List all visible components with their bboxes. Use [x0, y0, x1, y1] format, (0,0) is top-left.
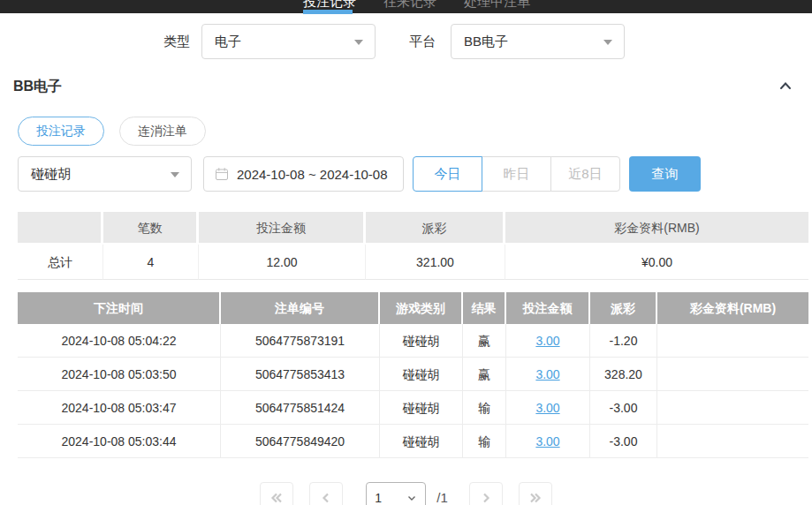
- cell-bonus: [657, 425, 808, 458]
- summary-header-blank: [18, 212, 103, 245]
- summary-total-row: 总计 4 12.00 321.00 ¥0.00: [18, 245, 808, 280]
- header-order-number: 注单编号: [221, 292, 380, 324]
- header-payout: 派彩: [590, 292, 657, 324]
- header-bonus: 彩金资料(RMB): [657, 292, 808, 324]
- chevron-down-icon: [406, 493, 417, 503]
- last-8-days-button[interactable]: 近8日: [550, 156, 620, 192]
- page-number-select[interactable]: 1: [366, 482, 426, 505]
- first-page-icon: [269, 491, 284, 505]
- pill-tab-cancelled-orders[interactable]: 连消注单: [119, 117, 206, 146]
- cell-order-number: 5064775853413: [221, 358, 380, 391]
- cell-payout: -3.00: [590, 391, 657, 425]
- summary-header-bonus: 彩金资料(RMB): [505, 212, 808, 245]
- cell-bet-time: 2024-10-08 05:03:47: [18, 391, 221, 425]
- header-bet-time: 下注时间: [18, 292, 221, 324]
- type-label: 类型: [163, 24, 190, 59]
- tab-transaction-records[interactable]: 往来记录: [383, 0, 436, 11]
- tab-pending-orders[interactable]: 处理中注单: [464, 0, 530, 11]
- top-nav-bar: 投注记录 往来记录 处理中注单: [0, 0, 812, 13]
- cell-payout: -3.00: [590, 425, 657, 458]
- cell-bet-time: 2024-10-08 05:04:22: [18, 324, 221, 358]
- cell-result: 赢: [463, 324, 506, 358]
- cell-payout: 328.20: [590, 358, 657, 391]
- search-button[interactable]: 查询: [629, 156, 701, 192]
- cell-bonus: [657, 358, 808, 391]
- chevron-down-icon: [603, 40, 612, 45]
- summary-table-header: 笔数 投注金额 派彩 彩金资料(RMB): [18, 212, 808, 245]
- summary-table: 笔数 投注金额 派彩 彩金资料(RMB) 总计 4 12.00 321.00 ¥…: [18, 212, 808, 280]
- cell-game-category: 碰碰胡: [380, 358, 463, 391]
- cell-game-category: 碰碰胡: [380, 391, 463, 425]
- cell-order-number: 5064775849420: [221, 425, 380, 458]
- cell-game-category: 碰碰胡: [380, 324, 463, 358]
- game-select-value: 碰碰胡: [31, 166, 71, 181]
- summary-header-bet-amount: 投注金额: [199, 212, 366, 245]
- page-number-value: 1: [375, 491, 382, 505]
- cell-bet-time: 2024-10-08 05:03:44: [18, 425, 221, 458]
- cell-game-category: 碰碰胡: [380, 425, 463, 458]
- chevron-down-icon: [171, 172, 179, 177]
- date-range-value: 2024-10-08 ~ 2024-10-08: [237, 167, 388, 182]
- first-page-button[interactable]: [260, 482, 293, 505]
- type-select-value: 电子: [215, 34, 241, 49]
- record-type-tabs: 投注记录 连消注单: [18, 117, 206, 146]
- summary-total-label: 总计: [18, 245, 103, 280]
- quick-date-buttons: 今日 昨日 近8日: [413, 156, 620, 192]
- cell-bet-time: 2024-10-08 05:03:50: [18, 358, 221, 391]
- cell-result: 赢: [463, 358, 506, 391]
- header-result: 结果: [463, 292, 506, 324]
- cell-bonus: [657, 324, 808, 358]
- header-bet-amount: 投注金额: [506, 292, 590, 324]
- chevron-down-icon: [354, 40, 363, 45]
- game-select[interactable]: 碰碰胡: [18, 156, 192, 192]
- bet-amount-link[interactable]: 3.00: [535, 434, 559, 448]
- section-title: BB电子: [13, 79, 62, 94]
- bet-amount-link[interactable]: 3.00: [535, 334, 559, 348]
- last-page-icon: [528, 491, 543, 505]
- bet-records-table: 下注时间 注单编号 游戏类别 结果 投注金额 派彩 彩金资料(RMB) 2024…: [18, 292, 808, 458]
- betting-records-page: 投注记录 往来记录 处理中注单 类型 电子 平台 BB电子 BB电子 投注记录 …: [0, 0, 812, 505]
- platform-select-value: BB电子: [464, 34, 508, 49]
- summary-header-payout: 派彩: [366, 212, 505, 245]
- table-row: 2024-10-08 05:03:50 5064775853413 碰碰胡 赢 …: [18, 358, 808, 391]
- chevron-up-icon: [778, 78, 793, 94]
- last-page-button[interactable]: [519, 482, 552, 505]
- table-row: 2024-10-08 05:03:47 5064775851424 碰碰胡 输 …: [18, 391, 808, 425]
- cell-payout: -1.20: [590, 324, 657, 358]
- cell-result: 输: [463, 391, 506, 425]
- date-range-picker[interactable]: 2024-10-08 ~ 2024-10-08: [203, 156, 404, 192]
- summary-total-count: 4: [103, 245, 199, 280]
- pill-tab-bet-records[interactable]: 投注记录: [18, 117, 104, 146]
- cell-result: 输: [463, 425, 506, 458]
- bet-amount-link[interactable]: 3.00: [535, 367, 559, 381]
- type-select[interactable]: 电子: [201, 24, 376, 59]
- page-total-label: /1: [436, 482, 448, 505]
- next-page-icon: [479, 491, 493, 505]
- cell-bonus: [657, 391, 808, 425]
- platform-label: 平台: [409, 24, 436, 59]
- summary-header-count: 笔数: [103, 212, 199, 245]
- query-row: 碰碰胡 2024-10-08 ~ 2024-10-08 今日 昨日 近8日 查询: [18, 156, 795, 192]
- active-tab-underline: [303, 10, 353, 14]
- cell-order-number: 5064775873191: [221, 324, 380, 358]
- table-row: 2024-10-08 05:03:44 5064775849420 碰碰胡 输 …: [18, 425, 808, 458]
- prev-page-icon: [319, 491, 333, 505]
- bet-amount-link[interactable]: 3.00: [535, 401, 559, 415]
- summary-total-bet-amount: 12.00: [199, 245, 366, 280]
- next-page-button[interactable]: [469, 482, 503, 505]
- pagination: 1 /1: [0, 482, 812, 505]
- collapse-section-button[interactable]: [778, 78, 793, 94]
- yesterday-button[interactable]: 昨日: [482, 156, 551, 192]
- summary-total-bonus: ¥0.00: [505, 245, 808, 280]
- calendar-icon: [215, 167, 229, 181]
- prev-page-button[interactable]: [309, 482, 343, 505]
- bet-table-header: 下注时间 注单编号 游戏类别 结果 投注金额 派彩 彩金资料(RMB): [18, 292, 808, 324]
- today-button[interactable]: 今日: [413, 156, 482, 192]
- section-header: BB电子: [13, 78, 801, 97]
- filter-row: 类型 电子 平台 BB电子: [0, 24, 812, 59]
- cell-order-number: 5064775851424: [221, 391, 380, 425]
- table-row: 2024-10-08 05:04:22 5064775873191 碰碰胡 赢 …: [18, 324, 808, 358]
- summary-total-payout: 321.00: [366, 245, 505, 280]
- platform-select[interactable]: BB电子: [451, 24, 625, 59]
- header-game-category: 游戏类别: [380, 292, 463, 324]
